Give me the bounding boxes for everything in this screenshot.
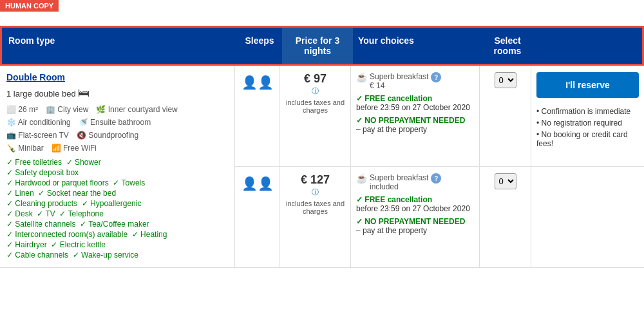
sleeps-2: 👤👤 xyxy=(235,167,280,267)
price-amount-1: € 97 xyxy=(285,72,345,86)
select-1: 0123 456 xyxy=(480,66,531,166)
amenities-icons: ⬜ 26 m² 🏢 City view 🌿 Inner courtyard vi… xyxy=(6,105,228,114)
free-cancel-1: ✓ FREE cancellation xyxy=(356,94,474,103)
price-amount-2: € 127 xyxy=(285,173,345,187)
reserve-button[interactable]: I'll reserve xyxy=(536,72,639,98)
header-sleeps: Sleeps xyxy=(237,28,282,64)
free-cancel-date-1: before 23:59 on 27 October 2020 xyxy=(356,103,474,112)
ac-icon: ❄️ Air conditioning xyxy=(6,118,71,127)
room-section: Double Room 1 large double bed 🛏 ⬜ 26 m²… xyxy=(0,66,644,268)
price-1: € 97 ⓘ includes taxes and charges xyxy=(280,66,351,166)
confirmation-list: Confirmation is immediate No registratio… xyxy=(536,106,639,149)
header-price: Price for 3 nights xyxy=(282,28,353,64)
minibar-icon: 🍾 Minibar xyxy=(6,144,44,153)
room-subtitle: 1 large double bed 🛏 xyxy=(6,86,228,100)
option-row-1: 👤👤 € 97 ⓘ includes taxes and charges ☕ S… xyxy=(235,66,644,167)
help-icon-2[interactable]: ? xyxy=(431,173,441,184)
soundproof-icon: 🔇 Soundproofing xyxy=(77,131,138,140)
header-select: Select rooms xyxy=(482,28,533,64)
select-2: 0123 456 xyxy=(480,167,531,267)
courtyard-icon: 🌿 Inner courtyard view xyxy=(96,105,177,114)
tv-icon: 📺 Flat-screen TV xyxy=(6,131,69,140)
reserve-col-2 xyxy=(531,167,644,267)
no-prepay-2: ✓ NO PREPAYMENT NEEDED xyxy=(356,217,474,226)
feature-interconnected: Interconnected room(s) available ✓ Heati… xyxy=(6,230,228,239)
table-header: Room type Sleeps Price for 3 nights Your… xyxy=(0,26,644,66)
option-row-2: 👤👤 € 127 ⓘ includes taxes and charges ☕ … xyxy=(235,167,644,267)
no-prepay-1: ✓ NO PREPAYMENT NEEDED xyxy=(356,116,474,125)
header-room-type: Room type xyxy=(2,28,237,64)
sleeps-icon-2: 👤👤 xyxy=(242,176,274,191)
city-view-icon: 🏢 City view xyxy=(46,105,88,114)
amenities-row2: ❄️ Air conditioning 🚿 Ensuite bathroom xyxy=(6,118,228,127)
feature-cleaning: Cleaning products ✓ Hypoallergenic xyxy=(6,199,228,208)
no-prepay-note-1: – pay at the property xyxy=(356,125,474,134)
choices-2: ☕ Superb breakfast included ? ✓ FREE can… xyxy=(351,167,480,267)
breakfast-label-2: Superb breakfast included xyxy=(370,173,428,191)
confirm-item-2: No registration required xyxy=(536,117,639,129)
info-icon-1[interactable]: ⓘ xyxy=(312,87,319,95)
room-title[interactable]: Double Room xyxy=(6,72,228,82)
header-reserve xyxy=(533,28,642,64)
confirm-item-3: No booking or credit card fees! xyxy=(536,129,639,149)
feature-deposit: Safety deposit box xyxy=(6,168,228,177)
header-choices: Your choices xyxy=(353,28,482,64)
amenities-row4: 🍾 Minibar 📶 Free WiFi xyxy=(6,144,228,153)
choices-1: ☕ Superb breakfast € 14 ? ✓ FREE cancell… xyxy=(351,66,480,166)
breakfast-label-1: Superb breakfast € 14 xyxy=(370,72,428,90)
feature-floors: Hardwood or parquet floors ✓ Towels xyxy=(6,178,228,187)
feature-satellite: Satellite channels ✓ Tea/Coffee maker xyxy=(6,220,228,229)
human-copy-badge: HUMAN COPY xyxy=(0,0,59,12)
room-info: Double Room 1 large double bed 🛏 ⬜ 26 m²… xyxy=(0,66,235,267)
amenities-row3: 📺 Flat-screen TV 🔇 Soundproofing xyxy=(6,131,228,140)
help-icon-1[interactable]: ? xyxy=(431,72,441,82)
features-list: Free toiletries ✓ Shower Safety deposit … xyxy=(6,158,228,260)
confirm-item-1: Confirmation is immediate xyxy=(536,106,639,117)
free-cancel-date-2: before 23:59 on 27 October 2020 xyxy=(356,204,474,213)
size-icon: ⬜ 26 m² xyxy=(6,105,38,114)
sleeps-1: 👤👤 xyxy=(235,66,280,166)
breakfast-icon-1: ☕ xyxy=(356,72,367,82)
free-cancel-2: ✓ FREE cancellation xyxy=(356,195,474,204)
feature-linen: Linen ✓ Socket near the bed xyxy=(6,189,228,198)
no-prepay-note-2: – pay at the property xyxy=(356,226,474,235)
reserve-col: I'll reserve Confirmation is immediate N… xyxy=(531,66,644,166)
room-select-2[interactable]: 0123 456 xyxy=(495,173,516,189)
breakfast-icon-2: ☕ xyxy=(356,173,367,184)
price-note-2: includes taxes and charges xyxy=(285,200,345,215)
sleeps-icon-1: 👤👤 xyxy=(242,75,274,90)
options-container: 👤👤 € 97 ⓘ includes taxes and charges ☕ S… xyxy=(235,66,644,267)
wifi-icon: 📶 Free WiFi xyxy=(52,144,97,153)
feature-toiletries: Free toiletries ✓ Shower xyxy=(6,158,228,167)
price-note-1: includes taxes and charges xyxy=(285,99,345,114)
feature-desk: Desk ✓ TV ✓ Telephone xyxy=(6,209,228,218)
info-icon-2[interactable]: ⓘ xyxy=(312,188,319,196)
room-select-1[interactable]: 0123 456 xyxy=(495,72,516,88)
ensuite-icon: 🚿 Ensuite bathroom xyxy=(79,118,151,127)
price-2: € 127 ⓘ includes taxes and charges xyxy=(280,167,351,267)
feature-hairdryer: Hairdryer ✓ Electric kettle xyxy=(6,240,228,249)
feature-cable: Cable channels ✓ Wake-up service xyxy=(6,251,228,260)
